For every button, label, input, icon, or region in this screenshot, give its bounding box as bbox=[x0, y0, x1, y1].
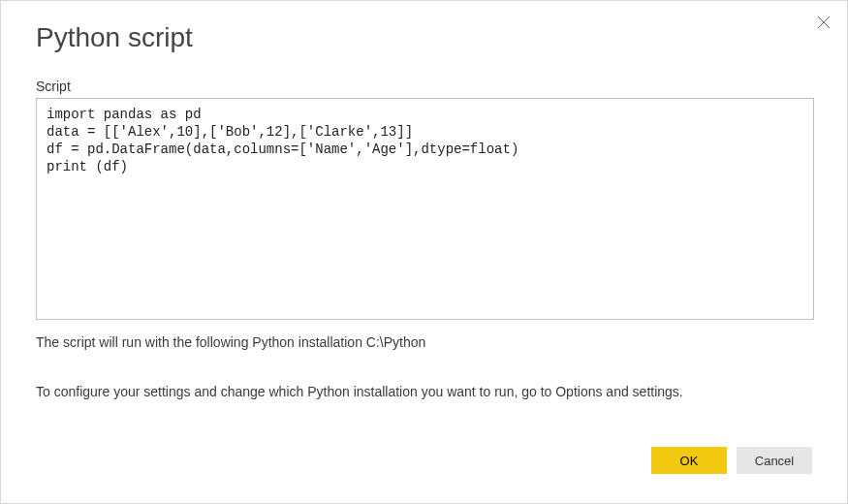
script-input[interactable] bbox=[36, 98, 814, 320]
python-script-dialog: Python script Script The script will run… bbox=[0, 0, 848, 504]
installation-note: The script will run with the following P… bbox=[36, 334, 425, 350]
configure-note: To configure your settings and change wh… bbox=[36, 384, 683, 399]
close-icon bbox=[817, 16, 831, 29]
script-label: Script bbox=[36, 79, 71, 94]
close-button[interactable] bbox=[814, 13, 833, 32]
dialog-buttons: OK Cancel bbox=[651, 447, 812, 474]
dialog-title: Python script bbox=[36, 22, 193, 53]
ok-button[interactable]: OK bbox=[651, 447, 727, 474]
cancel-button[interactable]: Cancel bbox=[737, 447, 812, 474]
